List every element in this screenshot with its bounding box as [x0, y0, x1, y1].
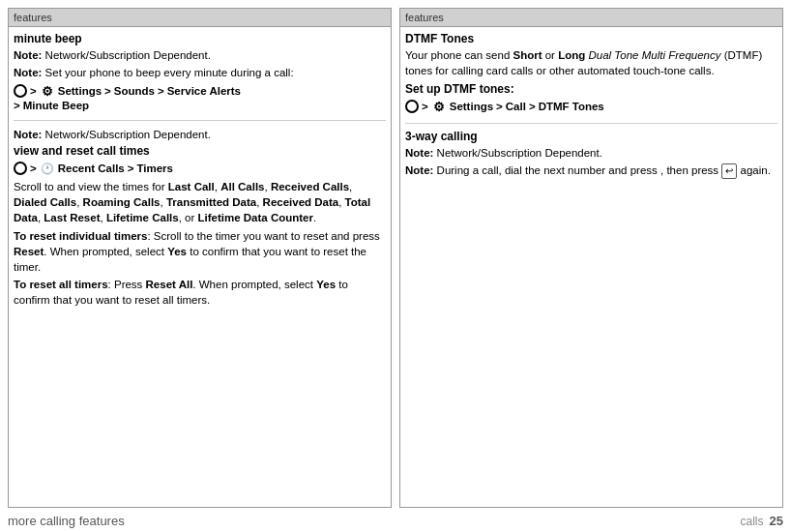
bold-lifetime-calls: Lifetime Calls — [106, 212, 179, 223]
minute-beep-note2: Note: Set your phone to beep every minut… — [14, 65, 386, 80]
right-header-text: features — [405, 12, 444, 23]
left-table-header: features — [8, 8, 392, 27]
bold-last-reset: Last Reset — [44, 212, 100, 223]
bold-roaming-calls: Roaming Calls — [83, 196, 161, 208]
dtmf-setup-title: Set up DTMF tones: — [405, 82, 777, 96]
minute-beep-section: minute beep Note: Network/Subscription D… — [14, 32, 386, 121]
gt9: > — [529, 101, 536, 112]
nav-settings-1: Settings — [58, 85, 102, 97]
dtmf-italic: Dual Tone Multi Frequency — [588, 49, 720, 61]
note-text-2: Set your phone to beep every minute duri… — [45, 67, 294, 78]
3way-note1: Note: Network/Subscription Dependent. — [405, 145, 777, 161]
nav-recent-calls: Recent Calls — [58, 163, 125, 174]
minute-beep-title: minute beep — [14, 32, 386, 45]
note-text-6: again. — [741, 164, 771, 176]
dtmf-intro-text: Your phone can send Short or Long Dual T… — [405, 47, 777, 78]
gt6: > — [128, 163, 134, 174]
dtmf-short: Short — [513, 49, 542, 61]
send-icon: ↩ — [721, 163, 737, 179]
gt1: > — [30, 85, 37, 97]
right-column: features DTMF Tones Your phone can send … — [399, 8, 783, 508]
circle-icon-2 — [14, 162, 27, 175]
note-label-2: Note: — [14, 67, 42, 78]
note-label-1: Note: — [14, 49, 42, 61]
note-text-4: Network/Subscription Dependent. — [437, 147, 602, 159]
bold-lifetime-data-counter: Lifetime Data Counter — [197, 212, 313, 223]
content-area: features minute beep Note: Network/Subsc… — [0, 0, 791, 508]
dtmf-title: DTMF Tones — [405, 32, 777, 45]
dtmf-nav: > ⚙ Settings > Call > DTMF Tones — [405, 99, 777, 114]
dtmf-long: Long — [558, 49, 585, 61]
nav-service-alerts: Service Alerts — [167, 85, 241, 97]
minute-beep-note1: Note: Network/Subscription Dependent. — [14, 47, 386, 63]
gt3: > — [158, 85, 164, 97]
minute-beep-nav-2: > Minute Beep — [14, 100, 386, 111]
page-number: 25 — [770, 514, 783, 528]
bold-dialed-calls: Dialed Calls — [14, 196, 76, 208]
footer-right: calls 25 — [741, 514, 783, 528]
right-table-body: DTMF Tones Your phone can send Short or … — [399, 27, 783, 508]
reset-individual-label: To reset individual timers — [14, 230, 147, 242]
left-table-body: minute beep Note: Network/Subscription D… — [8, 27, 392, 508]
phone-icon: 🕐 — [40, 161, 55, 176]
nav-call: Call — [506, 101, 526, 112]
nav-timers: Timers — [136, 163, 173, 174]
call-times-note: Note: Network/Subscription Dependent. — [14, 127, 386, 142]
gt2: > — [104, 85, 111, 97]
page: features minute beep Note: Network/Subsc… — [0, 0, 791, 532]
note-label-5: Note: — [405, 164, 433, 176]
gear-icon-2: ⚙ — [431, 99, 447, 114]
3way-section: 3-way calling Note: Network/Subscription… — [405, 130, 777, 187]
gt8: > — [496, 101, 503, 112]
reset-all-label: To reset all timers — [14, 279, 108, 290]
reset-bold: Reset — [14, 246, 44, 257]
bold-received-data: Received Data — [263, 196, 339, 208]
bold-last-call: Last Call — [168, 181, 215, 192]
note-text-3: Network/Subscription Dependent. — [45, 129, 211, 140]
yes-bold-2: Yes — [316, 279, 336, 290]
yes-bold-1: Yes — [167, 246, 187, 257]
call-times-section: Note: Network/Subscription Dependent. vi… — [14, 127, 386, 315]
minute-beep-nav: > ⚙ Settings > Sounds > Service Alerts — [14, 83, 386, 99]
nav-minute-beep: Minute Beep — [23, 100, 89, 111]
note-label-3: Note: — [14, 129, 42, 140]
calls-label: calls — [741, 515, 764, 528]
3way-note2: Note: During a call, dial the next numbe… — [405, 163, 777, 179]
3way-title: 3-way calling — [405, 130, 777, 143]
reset-all-bold: Reset All — [146, 279, 193, 290]
circle-icon-3 — [405, 100, 419, 113]
note-text-5: During a call, dial the next number and … — [437, 164, 658, 176]
note-text-1: Network/Subscription Dependent. — [45, 49, 211, 61]
footer: more calling features calls 25 — [0, 508, 791, 532]
nav-sounds: Sounds — [114, 85, 155, 97]
gt5: > — [30, 163, 37, 174]
left-column: features minute beep Note: Network/Subsc… — [8, 8, 392, 508]
note-label-4: Note: — [405, 147, 433, 159]
bold-all-calls: All Calls — [220, 181, 264, 192]
call-times-nav: > 🕐 Recent Calls > Timers — [14, 161, 386, 176]
footer-left-text: more calling features — [8, 514, 125, 528]
call-times-title: view and reset call times — [14, 144, 386, 158]
nav-dtmf-tones: DTMF Tones — [539, 101, 604, 112]
bold-transmitted-data: Transmitted Data — [166, 196, 256, 208]
reset-individual-text: To reset individual timers: Scroll to th… — [14, 228, 386, 275]
comma-space: , then press — [660, 164, 721, 176]
dtmf-section: DTMF Tones Your phone can send Short or … — [405, 32, 777, 124]
right-table-header: features — [399, 8, 783, 27]
gear-icon-1: ⚙ — [40, 83, 55, 99]
reset-all-text: To reset all timers: Press Reset All. Wh… — [14, 277, 386, 308]
left-header-text: features — [14, 12, 52, 23]
circle-icon-1 — [14, 84, 27, 98]
gt7: > — [422, 101, 428, 112]
scroll-text: Scroll to and view the times for Last Ca… — [14, 179, 386, 225]
bold-received-calls: Received Calls — [271, 181, 349, 192]
gt4: > — [14, 100, 20, 111]
nav-settings-2: Settings — [450, 101, 493, 112]
